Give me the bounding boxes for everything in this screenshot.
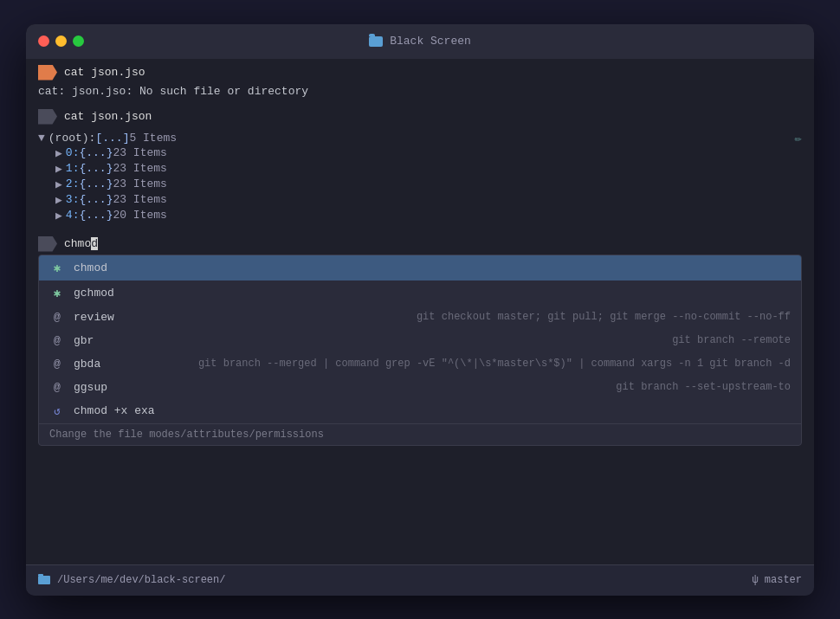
item3-toggle[interactable]: ▶ [55,193,62,207]
item3-key: 3: [66,193,80,206]
star-icon-2: ✱ [49,286,65,300]
command-block-2: cat json.json ▼ (root): [...] 5 Items ✏ [26,103,814,230]
git-icon: ψ [752,574,758,586]
root-key: (root): [48,132,96,145]
close-button[interactable] [38,35,49,47]
item4-toggle[interactable]: ▶ [55,209,62,222]
item4-count: 20 Items [113,209,166,222]
command-block-1: cat json.jso cat: json.jso: No such file… [26,59,814,103]
prompt-arrow-gray-1 [38,109,57,125]
status-path: /Users/me/dev/black-screen/ [57,574,225,586]
at-icon-3: @ [49,358,65,371]
item0-toggle[interactable]: ▶ [55,146,62,160]
item2-toggle[interactable]: ▶ [55,177,62,191]
prompt-line-1: cat json.jso [26,62,814,83]
status-left: /Users/me/dev/black-screen/ [38,574,225,586]
minimize-button[interactable] [55,35,67,47]
json-root-line: ▼ (root): [...] 5 Items [38,131,802,145]
status-folder-icon [38,576,50,584]
autocomplete-label-gchmod: gchmod [74,287,160,300]
root-toggle[interactable]: ▼ [38,132,45,145]
autocomplete-label-gbr: gbr [74,334,160,347]
cursor: d [91,237,98,250]
autocomplete-footer: Change the file modes/attributes/permiss… [39,423,801,445]
folder-icon [369,36,383,47]
json-item-0: ▶ 0: {...} 23 Items [55,145,802,161]
json-item-2: ▶ 2: {...} 23 Items [55,177,802,192]
autocomplete-label-history: chmod +x exa [74,404,160,417]
autocomplete-label-review: review [74,311,160,324]
autocomplete-label-ggsup: ggsup [74,381,160,394]
json-item-3: ▶ 3: {...} 23 Items [55,192,802,208]
command-text-1: cat json.jso [64,66,145,79]
item2-key: 2: [66,177,80,190]
star-icon-1: ✱ [49,261,65,275]
item2-bracket: {...} [79,177,113,190]
root-bracket: [...] [95,132,129,145]
command-text-2: cat json.json [64,110,152,123]
autocomplete-cmd-gbda: git branch --merged | command grep -vE "… [198,358,791,370]
at-icon-4: @ [49,381,65,394]
current-input-line[interactable]: chmod [26,234,814,255]
autocomplete-item-review[interactable]: @ review git checkout master; git pull; … [39,306,801,329]
edit-icon[interactable]: ✏ [795,131,802,145]
at-icon-2: @ [49,334,65,347]
terminal-content: cat json.jso cat: json.jso: No such file… [26,59,814,564]
status-right: ψ master [752,574,802,586]
statusbar: /Users/me/dev/black-screen/ ψ master [26,564,814,596]
autocomplete-item-gchmod[interactable]: ✱ gchmod [39,280,801,306]
terminal-window: Black Screen cat json.jso cat: json.jso:… [26,24,814,596]
item3-bracket: {...} [79,193,113,206]
typed-text: chmod [64,237,98,250]
autocomplete-cmd-ggsup: git branch --set-upstream-to [616,381,791,393]
maximize-button[interactable] [73,35,84,47]
autocomplete-dropdown: ✱ chmod ✱ gchmod @ review git checkout m… [38,255,802,446]
prompt-line-2: cat json.json [26,106,814,127]
git-branch: master [765,574,802,586]
json-tree: ▼ (root): [...] 5 Items ✏ ▶ 0: {...} 23 … [26,127,814,227]
terminal-body[interactable]: cat json.jso cat: json.jso: No such file… [26,59,814,564]
autocomplete-label-chmod: chmod [74,261,160,274]
autocomplete-item-gbr[interactable]: @ gbr git branch --remote [39,329,801,352]
item1-key: 1: [66,162,80,175]
item4-bracket: {...} [79,209,113,222]
history-icon-1: ↺ [49,404,65,418]
window-title: Black Screen [369,35,471,48]
item4-key: 4: [66,209,80,222]
item1-bracket: {...} [79,162,113,175]
item1-toggle[interactable]: ▶ [55,162,62,176]
json-item-1: ▶ 1: {...} 23 Items [55,161,802,177]
json-item-4: ▶ 4: {...} 20 Items [55,208,802,223]
title-label: Black Screen [390,35,471,48]
autocomplete-item-ggsup[interactable]: @ ggsup git branch --set-upstream-to [39,376,801,399]
autocomplete-cmd-gbr: git branch --remote [672,334,791,346]
autocomplete-item-chmod[interactable]: ✱ chmod [39,255,801,280]
prompt-arrow-orange [38,65,57,81]
item0-count: 23 Items [113,146,166,159]
item2-count: 23 Items [113,177,166,190]
footer-text: Change the file modes/attributes/permiss… [49,429,324,441]
root-count: 5 Items [129,132,177,145]
autocomplete-item-history[interactable]: ↺ chmod +x exa [39,399,801,423]
autocomplete-label-gbda: gbda [74,358,160,371]
autocomplete-item-gbda[interactable]: @ gbda git branch --merged | command gre… [39,352,801,376]
autocomplete-cmd-review: git checkout master; git pull; git merge… [417,311,791,323]
item3-count: 23 Items [113,193,166,206]
prompt-arrow-gray-2 [38,236,57,252]
item0-bracket: {...} [79,146,113,159]
item1-count: 23 Items [113,162,166,175]
titlebar: Black Screen [26,24,814,59]
traffic-lights [38,35,84,47]
error-line-1: cat: json.jso: No such file or directory [26,83,814,100]
item0-key: 0: [66,146,80,159]
at-icon-1: @ [49,311,65,324]
